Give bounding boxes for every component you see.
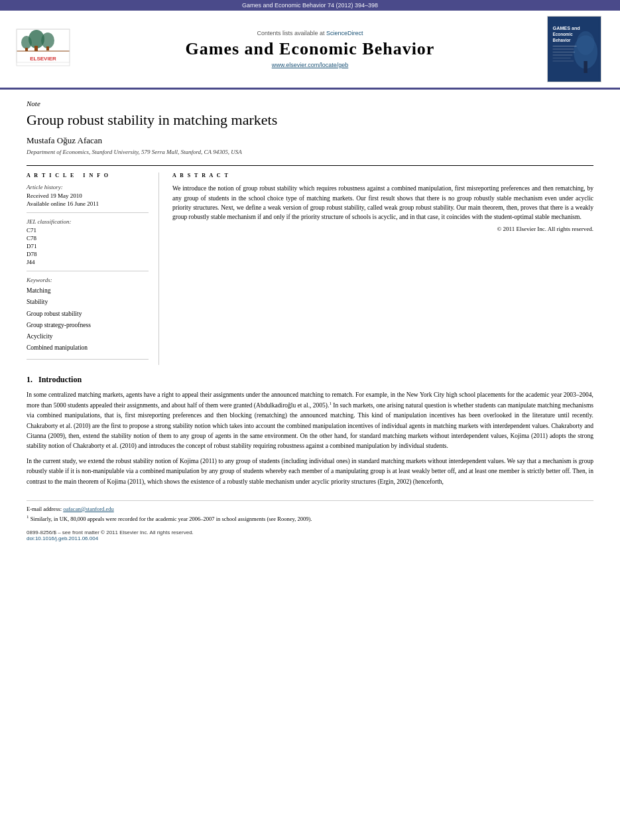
svg-rect-4 [25, 48, 28, 51]
copyright: © 2011 Elsevier Inc. All rights reserved… [172, 226, 593, 232]
header-left: ELSEVIER [13, 26, 73, 72]
svg-text:ELSEVIER: ELSEVIER [30, 56, 56, 62]
article-title: Group robust stability in matching marke… [27, 111, 593, 129]
two-column-section: A R T I C L E I N F O Article history: R… [27, 165, 593, 365]
keyword-4: Group strategy-proofness [27, 320, 149, 331]
abstract-heading: A B S T R A C T [172, 173, 593, 178]
article-info-heading: A R T I C L E I N F O [27, 173, 149, 178]
keyword-5: Acyclicity [27, 331, 149, 342]
keyword-3: Group robust stability [27, 309, 149, 320]
introduction-section: 1. Introduction In some centralized matc… [27, 375, 593, 487]
content-area: Note Group robust stability in matching … [0, 90, 620, 555]
jel-j44: J44 [27, 259, 149, 265]
divider1 [27, 212, 149, 213]
svg-point-5 [41, 33, 54, 48]
svg-rect-2 [34, 46, 38, 51]
keyword-6: Combined manipulation [27, 342, 149, 354]
abstract-text: We introduce the notion of group robust … [172, 184, 593, 222]
svg-point-3 [21, 36, 32, 49]
doi-text: doi:10.1016/j.geb.2011.06.004 [27, 535, 593, 541]
intro-paragraph-2: In the current study, we extend the robu… [27, 456, 593, 487]
section-name: Introduction [38, 375, 82, 384]
jel-d71: D71 [27, 243, 149, 249]
received-date: Received 19 May 2010 [27, 192, 149, 199]
divider2 [27, 271, 149, 271]
journal-cover: GAMES and Economic Behavior [547, 16, 601, 82]
keyword-2: Stability [27, 297, 149, 308]
email-address[interactable]: oafacan@stanford.edu [63, 506, 114, 512]
keyword-1: Matching [27, 285, 149, 297]
keywords-label: Keywords: [27, 277, 149, 283]
article-type: Note [27, 100, 593, 107]
journal-url[interactable]: www.elsevier.com/locate/geb [80, 62, 540, 68]
email-label: E-mail address: [27, 506, 62, 512]
intro-paragraph-1: In some centralized matching markets, ag… [27, 390, 593, 451]
page-wrapper: Games and Economic Behavior 74 (2012) 39… [0, 0, 620, 840]
jel-c78: C78 [27, 235, 149, 242]
doi-link[interactable]: doi:10.1016/j.geb.2011.06.004 [27, 535, 98, 541]
sciencedirect-text: Contents lists available at ScienceDirec… [80, 30, 540, 36]
svg-text:Behavior: Behavior [553, 38, 571, 42]
elsevier-logo: ELSEVIER [13, 26, 73, 72]
svg-point-12 [577, 31, 595, 55]
cover-image: GAMES and Economic Behavior [547, 19, 601, 79]
footnote-area: E-mail address: oafacan@stanford.edu 1 S… [27, 500, 593, 523]
header-center: Contents lists available at ScienceDirec… [80, 30, 540, 68]
jel-c71: C71 [27, 227, 149, 234]
available-date: Available online 16 June 2011 [27, 200, 149, 207]
keywords-list: Matching Stability Group robust stabilit… [27, 285, 149, 354]
article-author: Mustafa Oğuz Afacan [27, 135, 593, 146]
svg-rect-13 [584, 61, 587, 73]
top-bar-text: Games and Economic Behavior 74 (2012) 39… [242, 2, 378, 9]
history-label: Article history: [27, 184, 149, 190]
footnote-email: E-mail address: oafacan@stanford.edu [27, 505, 593, 514]
header-area: ELSEVIER Contents lists available at Sci… [0, 11, 620, 90]
bottom-bar: 0899-8256/$ – see front matter © 2011 El… [27, 529, 593, 541]
top-bar: Games and Economic Behavior 74 (2012) 39… [0, 0, 620, 11]
header-right: GAMES and Economic Behavior [547, 16, 607, 82]
article-affiliation: Department of Economics, Stanford Univer… [27, 149, 593, 155]
footnote-1: 1 Similarly, in UK, 80,000 appeals were … [27, 514, 593, 524]
jel-label: JEL classification: [27, 218, 149, 225]
jel-d78: D78 [27, 251, 149, 257]
svg-text:GAMES and: GAMES and [553, 25, 580, 31]
article-info-column: A R T I C L E I N F O Article history: R… [27, 173, 159, 365]
issn-text: 0899-8256/$ – see front matter © 2011 El… [27, 529, 593, 535]
divider3 [27, 359, 149, 360]
svg-text:Economic: Economic [553, 32, 574, 36]
journal-title: Games and Economic Behavior [80, 39, 540, 59]
abstract-column: A B S T R A C T We introduce the notion … [172, 173, 593, 365]
section-title: 1. Introduction [27, 375, 593, 385]
section-number: 1. [27, 375, 32, 384]
sciencedirect-link[interactable]: ScienceDirect [326, 30, 363, 36]
svg-rect-6 [46, 46, 49, 50]
